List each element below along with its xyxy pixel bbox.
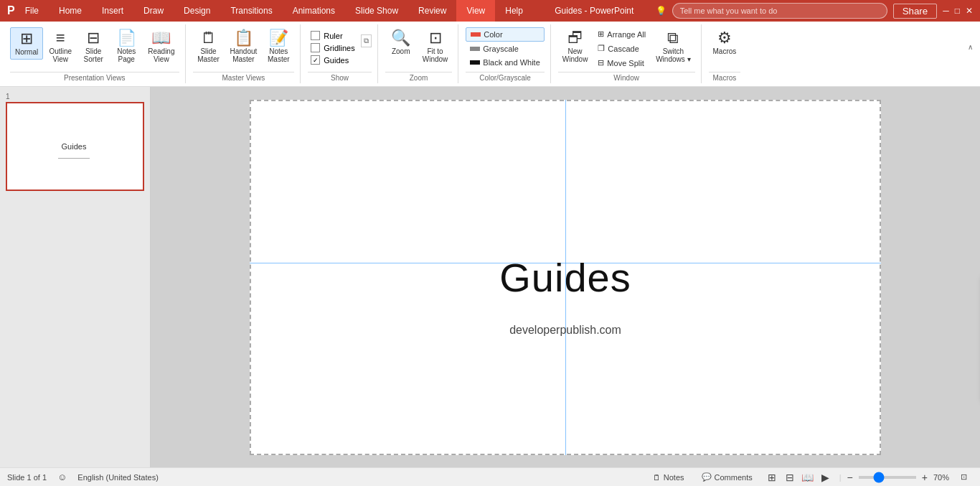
share-button[interactable]: Share [893, 4, 938, 19]
grayscale-label: Grayscale [483, 45, 519, 53]
macros-button[interactable]: ⚙ Macros [709, 27, 741, 58]
color-label: Color [484, 30, 502, 39]
handout-master-icon: 📋 [234, 30, 253, 46]
slide-master-label: SlideMaster [197, 47, 220, 63]
zoom-level-display: 70% [933, 473, 949, 482]
tab-slideshow[interactable]: Slide Show [345, 0, 408, 22]
slide-thumbnail[interactable]: Guides [6, 102, 144, 191]
normal-view-icon[interactable]: ⊞ [764, 469, 780, 485]
move-split-button[interactable]: ⊟ Move Split [593, 56, 650, 70]
notes-master-button[interactable]: 📝 NotesMaster [263, 27, 294, 66]
macros-label: Macros [713, 47, 737, 55]
fit-to-window-label: Fit toWindow [423, 47, 448, 63]
slide-sorter-button[interactable]: ⊟ SlideSorter [77, 27, 109, 66]
black-white-label: Black and White [483, 58, 540, 67]
tab-review[interactable]: Review [408, 0, 456, 22]
presentation-views-label: Presentation Views [10, 72, 179, 83]
notes-master-label: NotesMaster [268, 47, 290, 63]
slide-title: Guides [499, 254, 631, 301]
cascade-label: Cascade [608, 45, 639, 53]
normal-button[interactable]: ⊞ Normal [10, 27, 43, 60]
slide-number: 1 [6, 93, 144, 101]
switch-windows-button[interactable]: ⧉ SwitchWindows ▾ [651, 27, 694, 66]
tab-design[interactable]: Design [174, 0, 220, 22]
window-column: ⊞ Arrange All ❐ Cascade ⊟ Move Split [593, 27, 650, 70]
comments-status-button[interactable]: 💬 Comments [696, 471, 758, 483]
zoom-label: Zoom [385, 72, 453, 83]
comments-icon: 💬 [702, 472, 712, 482]
switch-windows-icon: ⧉ [667, 30, 679, 46]
ruler-checkbox[interactable]: Ruler [308, 30, 357, 41]
arrange-all-button[interactable]: ⊞ Arrange All [593, 27, 650, 41]
new-window-button[interactable]: 🗗 NewWindow [558, 27, 593, 66]
outline-label: OutlineView [49, 47, 72, 63]
reading-view-button[interactable]: 📖 ReadingView [143, 27, 179, 66]
new-window-label: NewWindow [562, 47, 588, 63]
dashed-border-right [880, 100, 881, 455]
reading-view-status-icon[interactable]: 📖 [800, 469, 816, 485]
tab-draw[interactable]: Draw [133, 0, 174, 22]
slide-thumb-content: Guides [55, 135, 94, 159]
fit-zoom-button[interactable]: ⊡ [955, 471, 973, 483]
tab-transitions[interactable]: Transitions [220, 0, 282, 22]
presentation-views-items: ⊞ Normal ≡ OutlineView ⊟ SlideSorter 📄 N… [10, 24, 179, 72]
new-window-icon: 🗗 [567, 30, 583, 46]
normal-icon: ⊞ [20, 31, 33, 47]
fit-to-window-icon: ⊡ [429, 30, 442, 46]
close-icon[interactable]: ✕ [966, 6, 973, 16]
maximize-icon[interactable]: □ [955, 6, 960, 16]
tab-insert[interactable]: Insert [92, 0, 133, 22]
cascade-icon: ❐ [598, 44, 605, 53]
color-grayscale-label: Color/Grayscale [466, 72, 544, 83]
notes-page-button[interactable]: 📄 NotesPage [110, 27, 142, 66]
main-area: 1 Guides Guides developerpublish.com [0, 87, 980, 467]
black-white-button[interactable]: Black and White [466, 56, 544, 69]
tab-home[interactable]: Home [49, 0, 92, 22]
tab-view[interactable]: View [456, 0, 495, 22]
guides-check-box: ✓ [311, 55, 320, 65]
tab-file[interactable]: File [15, 0, 49, 22]
tab-help[interactable]: Help [495, 0, 533, 22]
cascade-button[interactable]: ❐ Cascade [593, 42, 650, 55]
zoom-slider[interactable] [859, 476, 916, 479]
gridlines-checkbox[interactable]: Gridlines [308, 42, 357, 53]
color-button[interactable]: Color [466, 27, 544, 42]
gridlines-check-box [311, 43, 320, 52]
zoom-in-icon[interactable]: + [922, 472, 928, 483]
zoom-icon: 🔍 [391, 30, 410, 46]
zoom-button[interactable]: 🔍 Zoom [385, 27, 417, 58]
master-views-label: Master Views [193, 72, 295, 83]
master-views-items: 🗒 SlideMaster 📋 HandoutMaster 📝 NotesMas… [193, 24, 295, 72]
fit-zoom-icon: ⊡ [961, 472, 967, 482]
dashed-border-left [250, 100, 251, 455]
slideshow-view-icon[interactable]: ▶ [818, 469, 834, 485]
slide-master-button[interactable]: 🗒 SlideMaster [193, 27, 225, 66]
status-bar-right: 🗒 Notes 💬 Comments ⊞ ⊟ 📖 ▶ | − + 70% ⊡ [647, 469, 973, 485]
handout-master-button[interactable]: 📋 HandoutMaster [226, 27, 262, 66]
macros-items: ⚙ Macros [709, 24, 741, 72]
guides-checkbox[interactable]: ✓ Guides [308, 55, 357, 65]
minimize-icon[interactable]: ─ [943, 6, 949, 16]
show-items: Ruler Gridlines ✓ Guides ⧉ [308, 24, 371, 72]
normal-label: Normal [15, 48, 38, 56]
ruler-check-box [311, 31, 320, 40]
fit-to-window-button[interactable]: ⊡ Fit toWindow [418, 27, 453, 66]
slide-sorter-view-icon[interactable]: ⊟ [782, 469, 798, 485]
notes-page-icon: 📄 [117, 30, 136, 46]
notes-status-button[interactable]: 🗒 Notes [647, 472, 690, 483]
master-views-group: 🗒 SlideMaster 📋 HandoutMaster 📝 NotesMas… [187, 24, 301, 83]
grayscale-button[interactable]: Grayscale [466, 42, 544, 55]
arrange-all-label: Arrange All [607, 30, 646, 39]
move-split-icon: ⊟ [598, 58, 604, 67]
zoom-label: Zoom [392, 47, 410, 55]
slide-sorter-label: SlideSorter [84, 47, 103, 63]
show-expand-button[interactable]: ⧉ [361, 27, 372, 40]
tell-me-input[interactable] [672, 3, 887, 19]
zoom-items: 🔍 Zoom ⊡ Fit toWindow [385, 24, 453, 72]
ribbon-collapse-button[interactable]: ∧ [968, 43, 973, 51]
canvas-area: Guides developerpublish.com ▦ Add Vertic… [151, 87, 980, 467]
tab-animations[interactable]: Animations [283, 0, 345, 22]
outline-view-button[interactable]: ≡ OutlineView [44, 27, 76, 66]
zoom-out-icon[interactable]: − [847, 472, 853, 483]
slide-thumb-inner: Guides [7, 103, 141, 190]
